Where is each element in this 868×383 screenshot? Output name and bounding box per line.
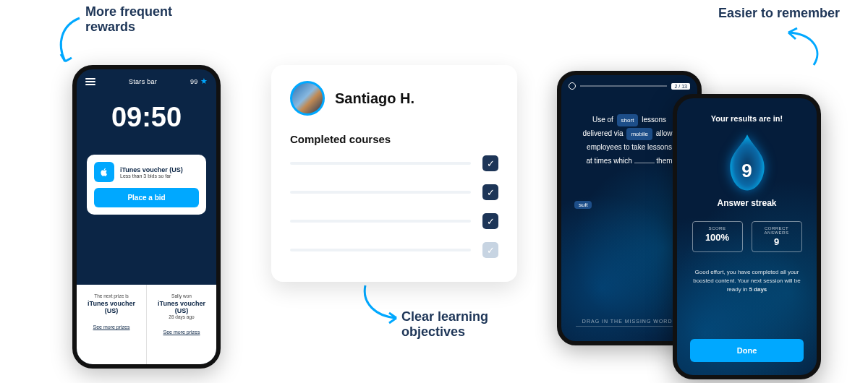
stat-correct: CORRECT ANSWERS 9 xyxy=(752,221,802,252)
txt: Use of xyxy=(592,116,613,124)
page-indicator: 2 / 13 xyxy=(671,83,690,90)
course-title-placeholder xyxy=(290,220,471,223)
countdown-timer: 09:50 xyxy=(77,102,216,133)
topbar-title: Stars bar xyxy=(129,78,157,85)
streak-label: Answer streak xyxy=(677,198,817,208)
stat-correct-label: CORRECT ANSWERS xyxy=(755,226,799,235)
next-prize-value: iTunes voucher (US) xyxy=(82,300,140,314)
note-text: Good effort, you have completed all your… xyxy=(693,269,801,293)
stat-score: SCORE 100% xyxy=(692,221,743,252)
stat-correct-value: 9 xyxy=(755,236,799,247)
star-icon: ★ xyxy=(200,77,208,86)
course-title-placeholder xyxy=(290,249,471,251)
annotation-easier: Easier to remember xyxy=(718,6,841,21)
rewards-footer: The next prize is iTunes voucher (US) Se… xyxy=(77,285,216,364)
stars-counter: 99 ★ xyxy=(190,77,208,86)
arrow-rewards xyxy=(51,11,94,69)
next-prize-label: The next prize is xyxy=(94,293,129,298)
voucher-subtitle: Less than 3 bids so far xyxy=(120,173,183,178)
drag-instructions: DRAG IN THE MISSING WORDS xyxy=(582,319,676,324)
course-title-placeholder xyxy=(290,191,471,194)
section-title: Completed courses xyxy=(290,133,498,145)
chip-short[interactable]: short xyxy=(617,114,639,126)
voucher-title: iTunes voucher (US) xyxy=(120,166,183,173)
flame-icon: 9 xyxy=(722,133,773,195)
see-more-prizes-link-left[interactable]: See more prizes xyxy=(93,324,130,330)
done-button[interactable]: Done xyxy=(690,339,804,362)
course-checkbox[interactable]: ✓ xyxy=(482,242,498,258)
course-title-placeholder xyxy=(290,162,471,165)
stars-count: 99 xyxy=(190,78,198,85)
see-more-prizes-link-right[interactable]: See more prizes xyxy=(163,330,200,335)
results-note: Good effort, you have completed all your… xyxy=(692,268,802,294)
arrow-objectives xyxy=(354,282,405,332)
chip-mobile[interactable]: mobile xyxy=(626,128,652,140)
stat-score-label: SCORE xyxy=(696,226,739,231)
winner-prize: iTunes voucher (US) xyxy=(153,300,210,314)
course-checkbox[interactable]: ✓ xyxy=(482,213,498,229)
chip-suit[interactable]: suit xyxy=(574,201,592,209)
phone-results: Your results are in! 9 Answer streak SCO… xyxy=(673,94,821,379)
learner-name: Santiago H. xyxy=(335,90,414,107)
course-row: ✓ xyxy=(290,213,498,229)
course-row: ✓ xyxy=(290,242,498,258)
results-title: Your results are in! xyxy=(677,114,817,123)
course-checkbox[interactable]: ✓ xyxy=(482,155,498,171)
phone-rewards: Stars bar 99 ★ 09:50 iTunes voucher (US)… xyxy=(72,65,221,369)
avatar xyxy=(290,81,325,116)
arrow-easier xyxy=(774,25,832,72)
winner-label: Sally won xyxy=(171,293,192,298)
annotation-rewards: More frequent rewards xyxy=(85,4,216,34)
annotation-objectives: Clear learning objectives xyxy=(401,309,546,339)
txt: lessons xyxy=(642,116,666,124)
winner-time: 28 days ago xyxy=(169,314,194,319)
txt: them xyxy=(656,157,672,165)
course-checkbox[interactable]: ✓ xyxy=(482,184,498,200)
place-bid-button[interactable]: Place a bid xyxy=(94,188,199,207)
completed-courses-card: Santiago H. Completed courses ✓✓✓✓ xyxy=(271,65,517,282)
txt: at times which xyxy=(586,157,631,165)
streak-number: 9 xyxy=(722,146,773,195)
course-row: ✓ xyxy=(290,155,498,171)
course-row: ✓ xyxy=(290,184,498,200)
apple-icon xyxy=(94,162,114,182)
back-icon[interactable] xyxy=(569,82,576,90)
bid-card: iTunes voucher (US) Less than 3 bids so … xyxy=(87,155,206,215)
hamburger-icon[interactable] xyxy=(85,78,95,85)
note-days: 5 days xyxy=(749,286,767,293)
blank-slot[interactable] xyxy=(634,163,655,163)
stat-score-value: 100% xyxy=(696,232,739,243)
progress-bar xyxy=(580,85,667,87)
txt: employees to take lessons xyxy=(587,143,672,151)
txt: delivered via xyxy=(582,129,623,137)
